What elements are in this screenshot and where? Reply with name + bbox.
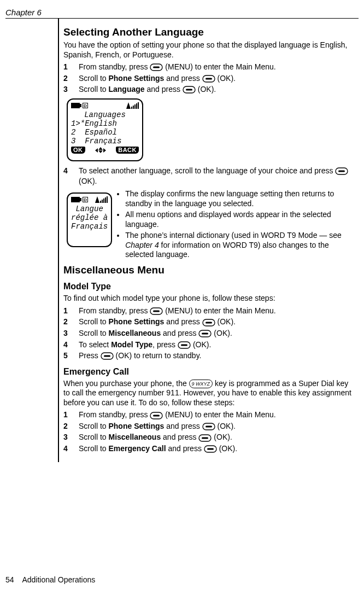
screen-row: Langue [71,205,108,213]
softkey-icon [178,341,191,349]
svg-rect-15 [181,344,187,346]
step-number: 2 [63,421,79,432]
signal-icon [126,102,139,109]
svg-rect-1 [153,67,160,68]
mode-d-icon: D [83,103,88,108]
steps-list-c: 1 From standby, press (MENU) to enter th… [63,410,356,454]
softkey-icon [202,423,215,430]
softkey-icon [150,412,163,419]
softkey-icon [183,86,196,94]
screen-row: 2 Español [71,128,139,137]
bullet-item: The display confirms the new language se… [125,189,356,209]
step-text: Scroll to Phone Settings and press (OK). [79,421,356,432]
page-number: 54 [5,575,14,584]
chapter-header: Chapter 6 [5,8,359,19]
svg-rect-17 [104,355,110,357]
softkey-icon [198,330,212,337]
step-number: 3 [63,328,79,339]
softkey-icon [202,319,215,326]
section-heading-language: Selecting Another Language [63,26,356,38]
screen-title: Languages [71,110,139,119]
svg-rect-21 [206,426,212,428]
status-bar: D [71,196,108,203]
step-number: 2 [63,73,79,84]
battery-icon [71,103,80,108]
sub-heading-model-type: Model Type [63,282,356,291]
softkey-icon [204,445,217,453]
intro-paragraph: To find out which model type your phone … [63,294,356,304]
step-text: To select another language, scroll to th… [79,166,356,187]
status-bar: D [71,102,139,109]
footer-title: Additional Operations [22,575,95,584]
signal-icon [95,196,108,203]
step-number: 1 [63,62,79,73]
screen-row: 3 Français [71,137,139,145]
step-number: 1 [63,306,79,317]
svg-rect-11 [206,322,212,323]
softkey-icon [150,307,163,315]
phone-screen-confirmation: D Langue réglée à Français [67,192,112,247]
svg-rect-25 [207,448,214,450]
page: Chapter 6 Selecting Another Language You… [0,0,364,595]
softkey-back: BACK [116,147,139,154]
step-text: Scroll to Language and press (OK). [79,84,356,95]
screen-row: Français [71,222,108,231]
svg-rect-19 [153,415,160,416]
battery-icon [71,197,80,202]
softkey-bar: OK BACK [71,147,139,154]
step-text: From standby, press (MENU) to enter the … [79,306,356,317]
softkey-icon [335,167,348,175]
svg-rect-23 [202,437,208,439]
step-text: To select Model Type, press (OK). [79,340,356,351]
softkey-icon [101,352,114,360]
step-number: 5 [63,351,79,361]
step-number: 3 [63,84,79,95]
step-number: 4 [63,340,79,351]
body-column: Selecting Another Language You have the … [58,19,356,462]
svg-rect-13 [202,333,208,335]
step-text: From standby, press (MENU) to enter the … [79,62,356,73]
bullet-item: All menu options and displayed words app… [125,210,356,230]
intro-paragraph: You have the option of setting your phon… [63,40,356,60]
step-text: Scroll to Miscellaneous and press (OK). [79,432,356,443]
softkey-icon [150,63,163,71]
nav-arrows-icon [95,147,106,153]
mode-d-icon: D [83,197,88,202]
key-9-icon: 9 WXYZ [189,380,213,388]
softkey-ok: OK [71,147,85,154]
svg-rect-3 [206,78,212,79]
step-text: From standby, press (MENU) to enter the … [79,410,356,421]
bullet-item: The phone’s internal dictionary (used in… [125,231,356,260]
step-number: 4 [63,444,79,454]
page-footer: 54 Additional Operations [5,575,95,584]
sub-heading-emergency: Emergency Call [63,367,356,377]
steps-list-b: 1 From standby, press (MENU) to enter th… [63,306,356,361]
step-text: Scroll to Miscellaneous and press (OK). [79,328,356,339]
bullet-list: The display confirms the new language se… [116,189,356,261]
step-text: Scroll to Phone Settings and press (OK). [79,73,356,84]
step-number: 4 [63,166,79,177]
softkey-icon [198,434,212,442]
step-number: 2 [63,317,79,328]
phone-screen-languages: D Languages 1>*English 2 Español 3 Franç… [67,98,143,161]
softkey-icon [202,75,215,83]
step-number: 1 [63,410,79,421]
screen-row: réglée à [71,213,108,222]
svg-rect-9 [153,311,160,312]
screen-row: 1>*English [71,119,139,128]
step-text: Scroll to Emergency Call and press (OK). [79,444,356,454]
step-text: Scroll to Phone Settings and press (OK). [79,317,356,328]
step-number: 3 [63,432,79,443]
steps-list-a: 1 From standby, press (MENU) to enter th… [63,62,356,95]
svg-rect-5 [186,89,192,91]
screen-with-bullets: D Langue réglée à Français The display c… [63,189,356,261]
svg-rect-7 [338,171,345,172]
steps-list-a-cont: 4 To select another language, scroll to … [63,166,356,187]
step-text: Press (OK) to return to standby. [79,351,356,361]
intro-paragraph: When you purchase your phone, the 9 WXYZ… [63,379,356,408]
section-heading-misc: Miscellaneous Menu [63,264,356,276]
